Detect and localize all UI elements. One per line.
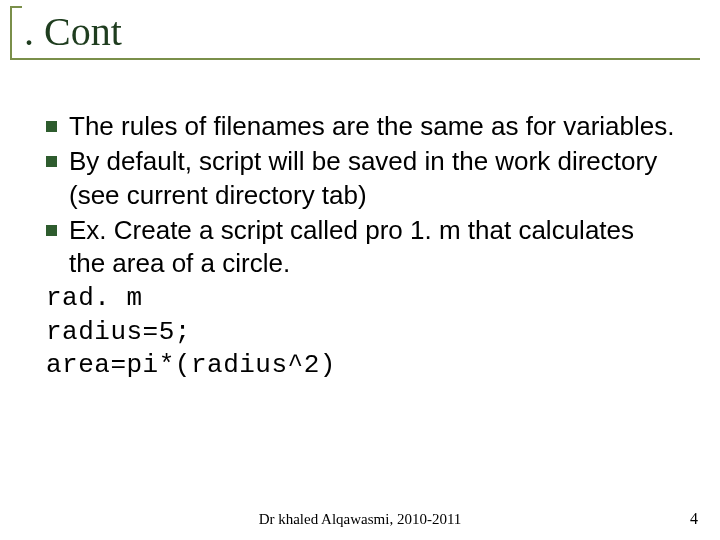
bullet-text: The rules of filenames are the same as f… bbox=[69, 110, 676, 143]
bullet-text: Ex. Create a script called pro 1. m that… bbox=[69, 214, 676, 281]
bullet-text: By default, script will be saved in the … bbox=[69, 145, 676, 212]
bullet-item: Ex. Create a script called pro 1. m that… bbox=[46, 214, 676, 281]
square-bullet-icon bbox=[46, 225, 57, 236]
code-line: area=pi*(radius^2) bbox=[46, 349, 676, 382]
slide-title: . Cont bbox=[24, 8, 122, 55]
square-bullet-icon bbox=[46, 156, 57, 167]
code-line: radius=5; bbox=[46, 316, 676, 349]
square-bullet-icon bbox=[46, 121, 57, 132]
slide-body: The rules of filenames are the same as f… bbox=[46, 110, 676, 382]
footer-page-number: 4 bbox=[690, 510, 698, 528]
bullet-item: The rules of filenames are the same as f… bbox=[46, 110, 676, 143]
code-line: rad. m bbox=[46, 282, 676, 315]
footer-author: Dr khaled Alqawasmi, 2010-2011 bbox=[0, 511, 720, 528]
bullet-item: By default, script will be saved in the … bbox=[46, 145, 676, 212]
slide: . Cont The rules of filenames are the sa… bbox=[0, 0, 720, 540]
